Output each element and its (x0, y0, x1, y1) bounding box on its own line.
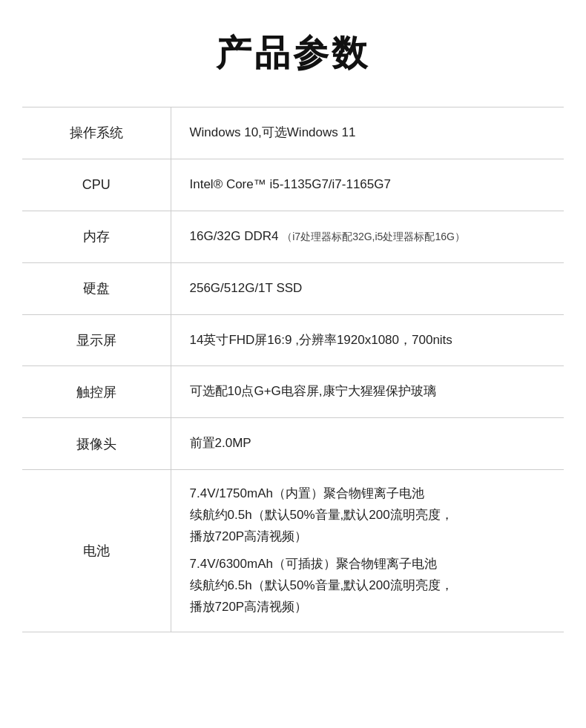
spec-value-touchscreen: 可选配10点G+G电容屏,康宁大猩猩保护玻璃 (171, 366, 564, 418)
table-row: 触控屏 可选配10点G+G电容屏,康宁大猩猩保护玻璃 (22, 366, 564, 418)
spec-label-storage: 硬盘 (22, 262, 171, 314)
specs-table: 操作系统 Windows 10,可选Windows 11 CPU Intel® … (22, 107, 564, 632)
battery-line: 播放720P高清视频） (190, 526, 550, 548)
table-row: 摄像头 前置2.0MP (22, 418, 564, 470)
battery-line: 续航约0.5h（默认50%音量,默认200流明亮度， (190, 505, 550, 526)
spec-value-storage: 256G/512G/1T SSD (171, 262, 564, 314)
battery-line: 续航约6.5h（默认50%音量,默认200流明亮度， (190, 575, 550, 597)
table-row: 操作系统 Windows 10,可选Windows 11 (22, 107, 564, 159)
battery-block-1: 7.4V/1750mAh（内置）聚合物锂离子电池 续航约0.5h（默认50%音量… (190, 483, 550, 548)
spec-label-battery: 电池 (22, 470, 171, 632)
page-title: 产品参数 (22, 30, 564, 77)
spec-value-os: Windows 10,可选Windows 11 (171, 107, 564, 159)
spec-label-cpu: CPU (22, 159, 171, 211)
table-row: 内存 16G/32G DDR4 （i7处理器标配32G,i5处理器标配16G） (22, 211, 564, 262)
spec-value-camera: 前置2.0MP (171, 418, 564, 470)
spec-label-os: 操作系统 (22, 107, 171, 159)
table-row-battery: 电池 7.4V/1750mAh（内置）聚合物锂离子电池 续航约0.5h（默认50… (22, 470, 564, 632)
spec-value-display: 14英寸FHD屏16:9 ,分辨率1920x1080，700nits (171, 314, 564, 366)
spec-label-ram: 内存 (22, 211, 171, 262)
spec-value-ram: 16G/32G DDR4 （i7处理器标配32G,i5处理器标配16G） (171, 211, 564, 262)
battery-line: 7.4V/6300mAh（可插拔）聚合物锂离子电池 (190, 554, 550, 575)
spec-label-camera: 摄像头 (22, 418, 171, 470)
battery-line: 播放720P高清视频） (190, 597, 550, 618)
spec-label-touchscreen: 触控屏 (22, 366, 171, 418)
spec-label-display: 显示屏 (22, 314, 171, 366)
table-row: 硬盘 256G/512G/1T SSD (22, 262, 564, 314)
table-row: 显示屏 14英寸FHD屏16:9 ,分辨率1920x1080，700nits (22, 314, 564, 366)
table-row: CPU Intel® Core™ i5-1135G7/i7-1165G7 (22, 159, 564, 211)
battery-block-2: 7.4V/6300mAh（可插拔）聚合物锂离子电池 续航约6.5h（默认50%音… (190, 554, 550, 618)
spec-value-battery: 7.4V/1750mAh（内置）聚合物锂离子电池 续航约0.5h（默认50%音量… (171, 470, 564, 632)
spec-value-cpu: Intel® Core™ i5-1135G7/i7-1165G7 (171, 159, 564, 211)
battery-line: 7.4V/1750mAh（内置）聚合物锂离子电池 (190, 483, 550, 505)
page-container: 产品参数 操作系统 Windows 10,可选Windows 11 CPU In… (0, 0, 586, 728)
